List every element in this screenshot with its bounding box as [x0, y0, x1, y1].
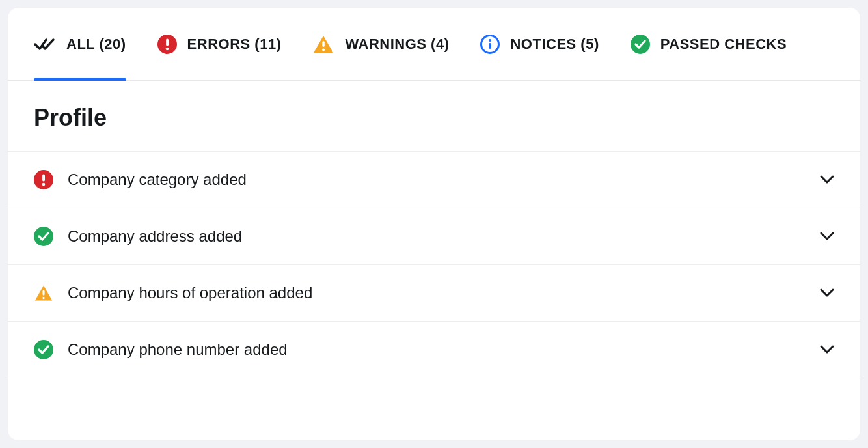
warning-icon [34, 283, 53, 303]
svg-point-12 [34, 227, 53, 246]
svg-point-8 [631, 35, 650, 54]
svg-rect-13 [42, 290, 44, 296]
tab-label: ALL (20) [66, 36, 126, 53]
check-row[interactable]: Company address added [8, 208, 860, 265]
svg-point-15 [34, 340, 53, 359]
svg-point-2 [165, 47, 169, 50]
svg-point-11 [42, 183, 46, 186]
tab-label: PASSED CHECKS [660, 36, 787, 53]
svg-rect-7 [489, 43, 492, 49]
tab-label: WARNINGS (4) [345, 36, 449, 53]
tab-notices[interactable]: NOTICES (5) [480, 8, 599, 80]
tab-all[interactable]: ALL (20) [34, 8, 126, 80]
svg-rect-1 [166, 38, 169, 46]
chevron-down-icon [820, 288, 834, 298]
checks-list: Company category added Company address a… [8, 152, 860, 440]
check-circle-icon [631, 35, 650, 54]
chevron-down-icon [820, 232, 834, 241]
section-header: Profile [8, 81, 860, 152]
tabs-bar: ALL (20) ERRORS (11) WARNINGS (4) [8, 8, 860, 81]
svg-point-14 [42, 297, 45, 300]
chevron-down-icon [820, 345, 834, 354]
tab-label: ERRORS (11) [187, 36, 282, 53]
info-icon [480, 35, 500, 54]
check-label: Company address added [68, 227, 820, 245]
svg-rect-3 [323, 41, 325, 47]
check-circle-icon [34, 340, 53, 359]
tab-passed[interactable]: PASSED CHECKS [631, 8, 787, 80]
tab-label: NOTICES (5) [510, 36, 599, 53]
svg-rect-10 [42, 175, 45, 182]
check-label: Company category added [68, 171, 820, 189]
check-label: Company hours of operation added [68, 284, 820, 302]
check-label: Company phone number added [68, 341, 820, 359]
check-circle-icon [34, 227, 53, 246]
check-row[interactable]: Company phone number added [8, 322, 860, 378]
warning-icon [312, 35, 334, 54]
svg-point-4 [322, 48, 325, 51]
checks-card: ALL (20) ERRORS (11) WARNINGS (4) [8, 8, 860, 440]
svg-point-6 [489, 39, 491, 42]
error-icon [157, 35, 177, 54]
error-icon [34, 170, 53, 189]
tab-warnings[interactable]: WARNINGS (4) [312, 8, 449, 80]
tab-errors[interactable]: ERRORS (11) [157, 8, 282, 80]
section-title: Profile [34, 104, 834, 132]
chevron-down-icon [820, 175, 834, 184]
check-row[interactable]: Company hours of operation added [8, 265, 860, 322]
check-row[interactable]: Company category added [8, 152, 860, 208]
double-check-icon [34, 36, 56, 52]
